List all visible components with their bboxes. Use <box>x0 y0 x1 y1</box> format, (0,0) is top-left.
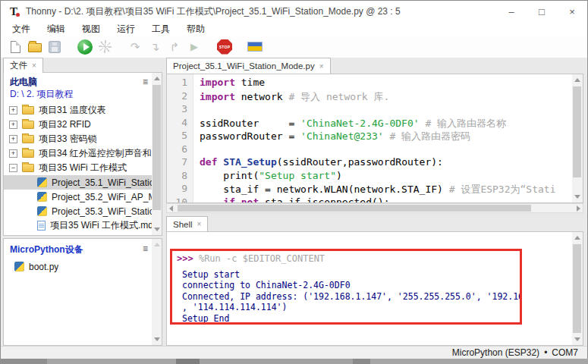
scroll-up-icon[interactable] <box>154 77 160 80</box>
line-number: 10 <box>167 196 193 203</box>
menu-item[interactable]: 文件 <box>4 22 39 36</box>
editor-horizontal-scrollbar[interactable] <box>166 203 583 213</box>
scroll-up-icon[interactable] <box>574 78 580 82</box>
scroll-left-icon[interactable] <box>169 206 173 212</box>
tree-folder-row[interactable]: +项目33 密码锁 <box>4 132 162 146</box>
tree-file-row[interactable]: Project_35.3_WiFi_Station+A <box>4 204 162 218</box>
device-file-bootpy[interactable]: boot.py <box>4 259 162 274</box>
scrollbar-thumb[interactable] <box>573 244 581 333</box>
step-over-button[interactable]: ↷ <box>125 37 145 57</box>
scroll-up-icon[interactable] <box>574 236 580 240</box>
markdown-file-icon <box>37 221 46 231</box>
shell-output-line: Setup start <box>177 269 520 280</box>
tab-files[interactable]: 文件 × <box>3 58 43 73</box>
files-scrollbar[interactable] <box>152 73 162 235</box>
python-file-icon <box>37 206 47 216</box>
code-text: if not sta_if.isconnected(): <box>193 196 389 203</box>
tree-folder-row[interactable]: −项目35 WiFi 工作模式 <box>4 161 162 175</box>
save-file-button[interactable] <box>45 37 64 57</box>
shell-pane[interactable]: >>> %Run -c $EDITOR_CONTENT Setup startc… <box>166 231 583 346</box>
shell-prompt-line: >>> %Run -c $EDITOR_CONTENT <box>177 253 520 264</box>
new-file-button[interactable] <box>5 37 25 57</box>
code-text: import network # 导入 network 库. <box>193 90 389 104</box>
scroll-down-icon[interactable] <box>154 337 160 341</box>
expand-icon[interactable]: + <box>9 149 17 158</box>
python-file-icon <box>37 192 47 202</box>
tree-folder-row[interactable]: +项目34 红外遥控控制声音和LED <box>4 146 162 161</box>
scroll-down-icon[interactable] <box>574 195 580 199</box>
expand-icon[interactable]: + <box>9 121 17 129</box>
step-into-button[interactable]: ↴ <box>145 37 165 57</box>
this-computer-label[interactable]: 此电脑 <box>10 76 148 88</box>
code-line: 3 <box>167 103 572 117</box>
editor-vertical-scrollbar[interactable] <box>572 74 583 202</box>
expand-icon[interactable]: + <box>9 106 17 115</box>
thonny-window: T Thonny - D:\2. 项目教程\项目35 WiFi 工作模式\Pro… <box>0 0 588 359</box>
device-menu-icon[interactable]: ≡ <box>143 243 148 254</box>
scroll-down-icon[interactable] <box>154 228 160 231</box>
step-out-icon: ↱ <box>170 41 180 52</box>
code-text: print("Setup start") <box>193 170 342 184</box>
device-scrollbar[interactable] <box>152 239 162 345</box>
status-bullet: • <box>544 347 547 358</box>
code-text: def STA_Setup(ssidRouter,passwordRouter)… <box>193 156 443 170</box>
toolbar: ↷ ↴ ↱ ▶ STOP <box>1 36 587 58</box>
resume-button[interactable]: ▶ <box>184 37 204 57</box>
run-script-button[interactable] <box>75 37 95 57</box>
code-text: ssidRouter = 'ChinaNet-2.4G-0DF0' # 输入路由… <box>193 117 506 130</box>
tree-folder-row[interactable]: +项目32 RFID <box>4 118 162 132</box>
shell-prompt: >>> <box>177 253 193 264</box>
maximize-button[interactable]: □ <box>527 1 557 22</box>
close-window-button[interactable]: × <box>557 1 587 22</box>
tree-file-row[interactable]: Project_35.1_WiFi_Station_M <box>4 175 162 190</box>
code-editor[interactable]: 1import time2import network # 导入 network… <box>167 74 572 202</box>
tree-file-row[interactable]: 项目35 WiFi 工作模式.md <box>4 218 162 233</box>
close-tab-icon[interactable]: × <box>197 220 202 228</box>
scrollbar-thumb[interactable] <box>573 86 581 177</box>
tab-shell[interactable]: Shell × <box>166 216 208 231</box>
line-number: 1 <box>167 77 193 90</box>
device-file-label: boot.py <box>29 262 58 272</box>
code-text: sta_if = network.WLAN(network.STA_IF) # … <box>193 183 555 196</box>
tree-folder-row[interactable]: +项目31 温度仪表 <box>4 103 162 118</box>
scroll-up-icon[interactable] <box>154 243 160 246</box>
stop-restart-button[interactable]: STOP <box>215 37 234 57</box>
shell-output: Setup startconnecting to ChinaNet-2.4G-0… <box>177 269 520 324</box>
files-tab-label: 文件 <box>10 60 27 71</box>
menu-item[interactable]: 运行 <box>108 22 143 36</box>
scroll-down-icon[interactable] <box>574 337 580 341</box>
minimize-button[interactable]: – <box>496 1 527 22</box>
shell-output-line: Setup End <box>177 313 520 324</box>
resume-play-icon: ▶ <box>190 42 198 52</box>
code-text: passwordRouter = 'ChinaNet@233' # 输入路由器密… <box>193 130 470 143</box>
tab-editor-file[interactable]: Project_35.1_WiFi_Station_Mode.py × <box>166 58 331 74</box>
port-status[interactable]: COM7 <box>552 347 578 358</box>
tree-item-label: Project_35.1_WiFi_Station_M <box>52 177 160 188</box>
expand-icon[interactable]: + <box>9 135 17 143</box>
code-line: 5passwordRouter = 'ChinaNet@233' # 输入路由器… <box>167 130 572 143</box>
python-file-icon <box>14 262 24 271</box>
menu-item[interactable]: 帮助 <box>178 22 213 36</box>
shell-scrollbar[interactable] <box>572 232 583 345</box>
files-menu-icon[interactable]: ≡ <box>143 77 148 87</box>
tree-file-row[interactable]: Project_35.2_WiFi_AP_Mode <box>4 190 162 204</box>
step-out-button[interactable]: ↱ <box>165 37 184 57</box>
shell-tab-label: Shell <box>173 220 193 229</box>
menu-item[interactable]: 编辑 <box>39 22 74 36</box>
menu-item[interactable]: 视图 <box>74 22 108 36</box>
debug-script-button[interactable] <box>95 37 115 57</box>
scroll-right-icon[interactable] <box>577 206 580 212</box>
step-into-icon: ↴ <box>150 41 160 52</box>
close-tab-icon[interactable]: × <box>319 62 324 71</box>
code-line: 10 if not sta_if.isconnected(): <box>167 196 572 203</box>
shell-output-line: connecting to ChinaNet-2.4G-0DF0 <box>177 280 520 290</box>
interpreter-status[interactable]: MicroPython (ESP32) <box>452 347 539 358</box>
current-path-link[interactable]: D: \ 2. 项目教程 <box>10 88 148 101</box>
menu-item[interactable]: 工具 <box>143 22 178 36</box>
ukraine-flag-button[interactable] <box>245 37 265 57</box>
close-tab-icon[interactable]: × <box>32 61 36 70</box>
scrollbar-thumb[interactable] <box>178 205 531 212</box>
open-file-button[interactable] <box>25 37 45 57</box>
scrollbar-thumb[interactable] <box>153 85 161 210</box>
collapse-icon[interactable]: − <box>9 164 17 172</box>
